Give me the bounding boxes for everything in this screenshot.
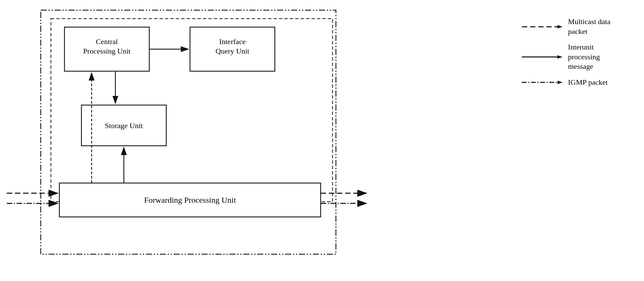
cpu-label: Central	[96, 37, 118, 46]
legend-multicast-text: Multicast data packet	[568, 17, 617, 36]
svg-marker-6	[557, 55, 563, 59]
legend-interunit: Interunitprocessingmessage	[522, 42, 617, 72]
legend-multicast: Multicast data packet	[522, 17, 617, 36]
legend-igmp: IGMP packet	[522, 78, 617, 87]
legend-igmp-text: IGMP packet	[568, 78, 608, 87]
svg-marker-4	[557, 25, 563, 28]
iqu-label: Interface	[219, 37, 246, 46]
legend-multicast-line	[522, 23, 563, 30]
cpu-label2: Processing Unit	[83, 47, 131, 55]
legend-interunit-text: Interunitprocessingmessage	[568, 42, 600, 72]
fpu-label: Forwarding Processing Unit	[144, 196, 236, 204]
legend: Multicast data packet Interunitprocessin…	[522, 17, 617, 94]
legend-interunit-line	[522, 54, 563, 60]
legend-igmp-line	[522, 79, 563, 86]
iqu-label2: Query Unit	[215, 47, 249, 55]
svg-marker-8	[557, 81, 563, 84]
su-label: Storage Unit	[105, 121, 143, 130]
